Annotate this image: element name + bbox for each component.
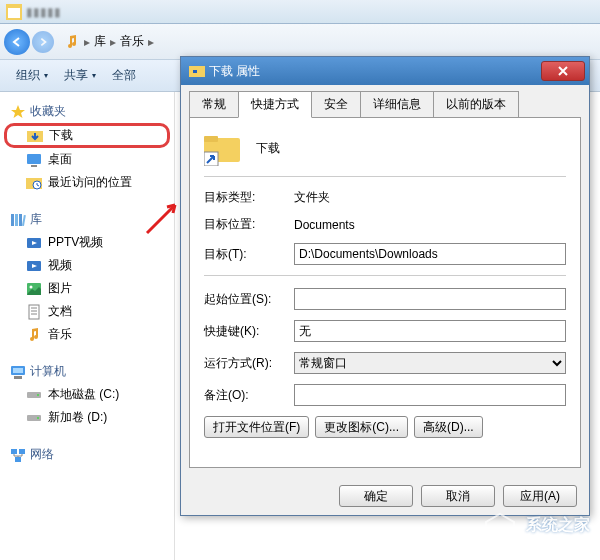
run-label: 运行方式(R):: [204, 355, 294, 372]
tab-general[interactable]: 常规: [189, 91, 239, 118]
svg-rect-27: [19, 449, 25, 454]
sidebar-item-label: PPTV视频: [48, 234, 103, 251]
sidebar-item-label: 文档: [48, 303, 72, 320]
music-icon: [26, 327, 42, 343]
tab-details[interactable]: 详细信息: [360, 91, 434, 118]
app-icon: [6, 4, 22, 20]
svg-rect-3: [27, 154, 41, 164]
tab-shortcut[interactable]: 快捷方式: [238, 91, 312, 118]
svg-rect-26: [11, 449, 17, 454]
advanced-button[interactable]: 高级(D)...: [414, 416, 483, 438]
breadcrumb-lib[interactable]: 库: [94, 33, 106, 50]
sidebar-item-drive-c[interactable]: 本地磁盘 (C:): [4, 383, 170, 406]
libraries-label: 库: [30, 211, 42, 228]
svg-point-14: [30, 285, 33, 288]
share-menu[interactable]: 共享: [58, 65, 102, 86]
svg-rect-4: [31, 165, 37, 167]
tabstrip: 常规 快捷方式 安全 详细信息 以前的版本: [181, 85, 589, 118]
tab-security[interactable]: 安全: [311, 91, 361, 118]
sidebar-item-recent[interactable]: 最近访问的位置: [4, 171, 170, 194]
apply-button[interactable]: 应用(A): [503, 485, 577, 507]
sidebar-item-downloads[interactable]: 下载: [4, 123, 170, 148]
sidebar-item-drive-d[interactable]: 新加卷 (D:): [4, 406, 170, 429]
dialog-footer: 确定 取消 应用(A): [181, 477, 589, 515]
target-loc-label: 目标位置:: [204, 216, 294, 233]
video-icon: [26, 235, 42, 251]
drive-icon: [26, 410, 42, 426]
target-loc-value: Documents: [294, 218, 566, 232]
chevron-right-icon: ▸: [84, 35, 90, 49]
svg-rect-15: [29, 305, 39, 319]
computer-label: 计算机: [30, 363, 66, 380]
download-icon: [27, 128, 43, 144]
tab-panel-shortcut: 下载 目标类型: 文件夹 目标位置: Documents 目标(T): 起始位置…: [189, 117, 581, 468]
svg-rect-10: [22, 214, 26, 225]
hotkey-input[interactable]: [294, 320, 566, 342]
sidebar-item-pictures[interactable]: 图片: [4, 277, 170, 300]
svg-rect-21: [14, 376, 22, 379]
computer-icon: [10, 364, 26, 380]
startin-label: 起始位置(S):: [204, 291, 294, 308]
libraries-header[interactable]: 库: [4, 208, 170, 231]
sidebar: 收藏夹 下载 桌面 最近访问的位置 库 PPTV视频: [0, 92, 175, 560]
chevron-right-icon: ▸: [110, 35, 116, 49]
network-header[interactable]: 网络: [4, 443, 170, 466]
sidebar-item-pptv[interactable]: PPTV视频: [4, 231, 170, 254]
svg-point-25: [37, 417, 39, 419]
titlebar: ▮▮▮▮▮: [0, 0, 600, 24]
sidebar-item-label: 视频: [48, 257, 72, 274]
target-label: 目标(T):: [204, 246, 294, 263]
organize-menu[interactable]: 组织: [10, 65, 54, 86]
recent-icon: [26, 175, 42, 191]
target-type-label: 目标类型:: [204, 189, 294, 206]
breadcrumb[interactable]: ▸ 库 ▸ 音乐 ▸: [64, 33, 154, 50]
library-icon: [10, 212, 26, 228]
hotkey-label: 快捷键(K):: [204, 323, 294, 340]
sidebar-item-label: 本地磁盘 (C:): [48, 386, 119, 403]
run-select[interactable]: 常规窗口: [294, 352, 566, 374]
cancel-button[interactable]: 取消: [421, 485, 495, 507]
dialog-title: 下载 属性: [209, 63, 541, 80]
document-icon: [26, 304, 42, 320]
sidebar-item-label: 音乐: [48, 326, 72, 343]
svg-rect-31: [204, 136, 218, 142]
sidebar-item-label: 下载: [49, 127, 73, 144]
sidebar-item-label: 桌面: [48, 151, 72, 168]
breadcrumb-current[interactable]: 音乐: [120, 33, 144, 50]
close-button[interactable]: [541, 61, 585, 81]
back-button[interactable]: [4, 29, 30, 55]
ok-button[interactable]: 确定: [339, 485, 413, 507]
desktop-icon: [26, 152, 42, 168]
favorites-label: 收藏夹: [30, 103, 66, 120]
comment-input[interactable]: [294, 384, 566, 406]
folder-shortcut-icon: [185, 63, 209, 79]
svg-point-23: [37, 394, 39, 396]
sidebar-item-music[interactable]: 音乐: [4, 323, 170, 346]
favorites-header[interactable]: 收藏夹: [4, 100, 170, 123]
network-label: 网络: [30, 446, 54, 463]
change-icon-button[interactable]: 更改图标(C)...: [315, 416, 408, 438]
startin-input[interactable]: [294, 288, 566, 310]
sidebar-item-documents[interactable]: 文档: [4, 300, 170, 323]
sidebar-item-videos[interactable]: 视频: [4, 254, 170, 277]
music-icon: [64, 34, 80, 50]
drive-icon: [26, 387, 42, 403]
window-title: ▮▮▮▮▮: [26, 5, 594, 19]
svg-rect-28: [15, 457, 21, 462]
forward-button[interactable]: [32, 31, 54, 53]
svg-rect-9: [19, 214, 22, 226]
folder-shortcut-large-icon: [204, 130, 240, 166]
target-input[interactable]: [294, 243, 566, 265]
sidebar-item-desktop[interactable]: 桌面: [4, 148, 170, 171]
computer-header[interactable]: 计算机: [4, 360, 170, 383]
video-icon: [26, 258, 42, 274]
open-location-button[interactable]: 打开文件位置(F): [204, 416, 309, 438]
dialog-titlebar[interactable]: 下载 属性: [181, 57, 589, 85]
sidebar-item-label: 最近访问的位置: [48, 174, 132, 191]
network-icon: [10, 447, 26, 463]
all-menu[interactable]: 全部: [106, 65, 142, 86]
dialog-heading: 下载: [256, 140, 280, 157]
chevron-right-icon: ▸: [148, 35, 154, 49]
svg-rect-20: [13, 368, 23, 373]
tab-previous[interactable]: 以前的版本: [433, 91, 519, 118]
